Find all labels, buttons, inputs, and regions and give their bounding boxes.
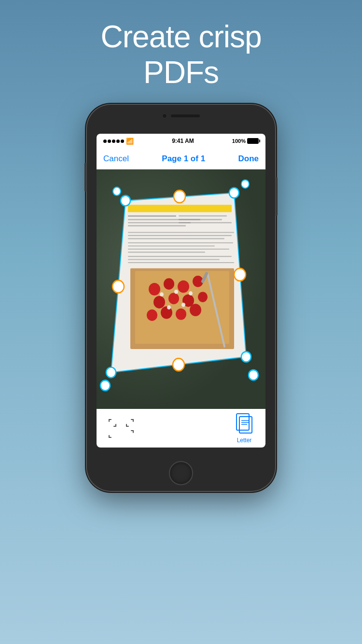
- svg-point-36: [160, 293, 164, 297]
- svg-point-50: [234, 268, 246, 281]
- headline-line1: Create crisp: [101, 19, 262, 54]
- expand-topleft-icon: [108, 419, 117, 427]
- svg-point-46: [106, 367, 116, 378]
- svg-point-55: [241, 180, 249, 188]
- letter-label: Letter: [237, 437, 252, 444]
- svg-point-37: [174, 290, 178, 294]
- svg-point-28: [153, 296, 165, 308]
- svg-rect-14: [128, 238, 224, 239]
- svg-point-29: [168, 293, 179, 305]
- svg-rect-21: [128, 262, 234, 263]
- signal-dot-3: [112, 140, 115, 143]
- phone-shell: 📶 9:41 AM 100% Cancel Page 1 of 1 Done: [87, 105, 275, 491]
- battery-fill: [248, 139, 258, 143]
- signal-dots: [103, 140, 124, 143]
- wifi-icon: 📶: [126, 138, 134, 145]
- headline-line2: PDFs: [143, 55, 219, 90]
- camera-lens: [162, 113, 167, 118]
- svg-point-54: [113, 187, 121, 196]
- camera-view: [97, 169, 265, 409]
- expand-bottomright-icon: [125, 430, 134, 438]
- svg-rect-15: [128, 242, 233, 243]
- svg-point-34: [176, 308, 186, 320]
- cancel-button[interactable]: Cancel: [103, 154, 129, 164]
- status-time: 9:41 AM: [172, 138, 194, 144]
- svg-point-40: [181, 303, 185, 307]
- signal-dot-1: [103, 140, 107, 143]
- status-signal-group: 📶: [103, 138, 134, 145]
- svg-point-35: [190, 304, 201, 316]
- svg-point-24: [149, 283, 160, 295]
- svg-rect-12: [128, 232, 234, 233]
- svg-rect-10: [179, 219, 222, 221]
- expand-topright-icon: [125, 419, 134, 427]
- svg-point-44: [121, 196, 130, 206]
- svg-rect-20: [128, 259, 220, 260]
- svg-point-31: [198, 292, 208, 303]
- svg-point-32: [147, 309, 157, 321]
- done-button[interactable]: Done: [238, 154, 259, 164]
- letter-icon: [235, 413, 254, 435]
- expand-icon[interactable]: [108, 419, 134, 438]
- svg-rect-4: [128, 205, 232, 212]
- phone-screen: 📶 9:41 AM 100% Cancel Page 1 of 1 Done: [97, 134, 265, 448]
- svg-rect-13: [128, 235, 232, 236]
- svg-point-53: [249, 370, 258, 380]
- svg-point-52: [100, 380, 110, 391]
- svg-rect-17: [128, 249, 229, 250]
- svg-point-45: [229, 188, 239, 198]
- nav-bar: Cancel Page 1 of 1 Done: [97, 148, 265, 169]
- svg-point-26: [178, 280, 189, 293]
- expand-bottomleft-icon: [108, 430, 117, 438]
- camera-notch: [162, 113, 200, 118]
- scan-svg: [97, 169, 265, 409]
- battery-group: 100%: [232, 138, 259, 144]
- signal-dot-4: [116, 140, 120, 143]
- svg-point-39: [167, 306, 171, 310]
- svg-rect-8: [128, 225, 186, 227]
- svg-point-47: [241, 352, 251, 363]
- svg-point-51: [173, 359, 184, 371]
- signal-dot-2: [108, 140, 111, 143]
- headline: Create crisp PDFs: [101, 19, 262, 90]
- page-title: Page 1 of 1: [162, 154, 205, 164]
- letter-button[interactable]: Letter: [235, 413, 254, 444]
- home-button[interactable]: [169, 461, 193, 485]
- bottom-toolbar: Letter: [97, 409, 265, 448]
- svg-point-48: [174, 190, 185, 203]
- svg-rect-11: [179, 222, 232, 224]
- svg-point-49: [112, 280, 124, 293]
- speaker-grille: [171, 114, 200, 117]
- battery-percent: 100%: [232, 138, 246, 144]
- status-bar: 📶 9:41 AM 100%: [97, 134, 265, 148]
- svg-point-25: [164, 279, 174, 290]
- battery-bar-icon: [247, 138, 259, 144]
- svg-rect-16: [128, 246, 215, 247]
- svg-rect-9: [179, 215, 227, 217]
- svg-rect-5: [128, 215, 176, 217]
- svg-point-38: [189, 292, 193, 296]
- signal-dot-5: [121, 140, 124, 143]
- svg-rect-19: [128, 256, 232, 257]
- svg-rect-18: [128, 252, 205, 253]
